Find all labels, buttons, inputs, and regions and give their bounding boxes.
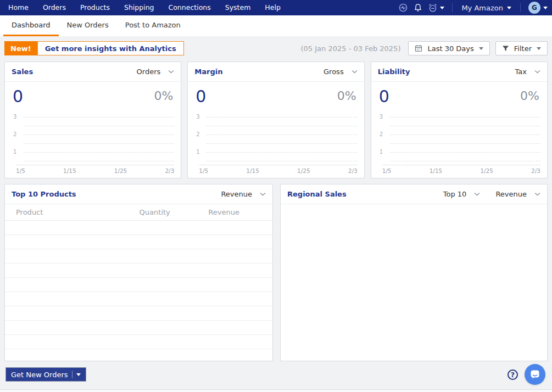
nav-item-orders[interactable]: Orders [36,0,73,15]
analytics-cta-button[interactable]: Get more insights with Analytics [37,41,184,55]
products-table-body [5,221,272,349]
card-title: Regional Sales [287,190,347,198]
sales-values: 0 0% [5,82,181,107]
date-period-dropdown[interactable]: Last 30 Days [408,41,489,55]
metric-percent: 0% [520,88,539,104]
x-tick: 1/15 [63,167,76,174]
metric-percent: 0% [337,88,356,104]
account-label: My Amazon [461,4,503,12]
dropdown-label: Revenue [495,190,527,198]
y-tick: 1 [13,149,21,155]
filter-dropdown[interactable]: Filter [495,41,548,55]
liability-values: 0 0% [371,82,547,107]
table-row [5,321,272,335]
x-tick: 1/25 [114,167,127,174]
chevron-down-icon [474,192,480,196]
chevron-down-icon [168,70,174,74]
y-tick: 3 [380,114,387,120]
notifications-bell-icon[interactable] [414,3,422,12]
dropdown-label: Top 10 [443,190,467,198]
tab-new-orders[interactable]: New Orders [59,15,117,36]
y-tick: 3 [196,114,204,120]
main-menu: Home Orders Products Shipping Connection… [1,0,288,15]
table-row [5,249,272,264]
nav-item-shipping[interactable]: Shipping [117,0,161,15]
sales-metric-dropdown[interactable]: Orders [137,68,175,76]
card-title: Top 10 Products [12,190,76,198]
column-header-quantity: Quantity [112,208,198,216]
liability-card: Liability Tax 0 0% 3 2 1 [371,61,548,178]
chart-plot-area: 3 2 1 [199,111,357,165]
chart-plot-area: 3 2 1 [16,111,174,165]
chevron-down-icon [537,47,541,50]
chart-plot-area: 3 2 1 [382,111,540,165]
chevron-down-icon [352,70,358,74]
snooze-alarm-icon[interactable] [428,3,444,13]
divider [72,371,73,378]
nav-item-connections[interactable]: Connections [161,0,218,15]
chevron-down-icon [260,192,266,196]
liability-card-header: Liability Tax [371,62,547,82]
metric-cards-row: Sales Orders 0 0% 3 2 1 [4,61,548,178]
liability-metric-dropdown[interactable]: Tax [515,68,540,76]
x-tick: 1/5 [382,167,392,174]
chevron-down-icon [534,70,540,74]
date-range-label: (05 Jan 2025 - 03 Feb 2025) [301,44,401,53]
card-title: Sales [12,68,33,76]
user-menu[interactable]: G [528,2,548,14]
activity-icon[interactable] [398,3,408,13]
y-tick: 3 [13,114,21,120]
y-tick: 1 [380,149,387,155]
get-new-orders-label: Get New Orders [11,371,68,379]
y-tick: 2 [380,131,387,137]
chevron-down-icon [76,373,81,376]
products-table-header: Product Quantity Revenue [5,204,272,221]
chevron-down-icon [507,7,511,9]
sales-card-header: Sales Orders [5,62,181,82]
analytics-promo-button[interactable]: New! Get more insights with Analytics [4,41,184,55]
period-label: Last 30 Days [427,44,473,53]
y-tick: 1 [196,149,204,155]
y-tick: 2 [13,131,21,137]
chevron-down-icon [534,192,540,196]
metric-percent: 0% [154,88,173,104]
nav-item-home[interactable]: Home [1,0,36,15]
footer-right-group: ? [508,364,547,385]
get-new-orders-button[interactable]: Get New Orders [5,367,86,382]
chart-x-axis: 1/5 1/15 1/25 2/3 [16,167,174,174]
regional-dropdowns: Top 10 Revenue [443,190,540,198]
chevron-down-icon [479,47,483,50]
avatar: G [528,2,540,14]
chart-x-axis: 1/5 1/15 1/25 2/3 [199,167,357,174]
divider [520,3,521,12]
chat-widget-button[interactable] [525,364,545,385]
margin-card: Margin Gross 0 0% 3 2 1 [187,61,364,178]
products-metric-dropdown[interactable]: Revenue [221,190,266,198]
divider [452,3,453,12]
regional-metric-dropdown[interactable]: Revenue [495,190,540,198]
dashboard-toolbar: New! Get more insights with Analytics (0… [4,41,548,56]
margin-metric-dropdown[interactable]: Gross [324,68,358,76]
account-menu[interactable]: My Amazon [460,4,512,12]
dropdown-label: Orders [137,68,161,76]
card-title: Margin [194,68,222,76]
chevron-down-icon [543,7,548,9]
tab-post-to-amazon[interactable]: Post to Amazon [117,15,189,36]
footer-action-bar: Get New Orders ? [5,361,547,388]
metric-value: 0 [13,88,23,105]
regional-sales-header: Regional Sales Top 10 Revenue [281,184,547,204]
help-icon[interactable]: ? [508,369,518,380]
y-tick: 2 [196,131,204,137]
nav-item-products[interactable]: Products [73,0,117,15]
sales-chart: 3 2 1 1/5 1/15 1/25 2/3 [5,107,181,174]
x-tick: 1/15 [430,167,443,174]
column-header-product: Product [5,208,112,216]
tab-dashboard[interactable]: Dashboard [3,15,59,36]
nav-item-system[interactable]: System [218,0,258,15]
table-row [5,335,272,349]
regional-scope-dropdown[interactable]: Top 10 [443,190,481,198]
nav-item-help[interactable]: Help [258,0,288,15]
dropdown-label: Revenue [221,190,252,198]
tab-bar: Dashboard New Orders Post to Amazon [0,15,552,36]
table-row [5,306,272,321]
